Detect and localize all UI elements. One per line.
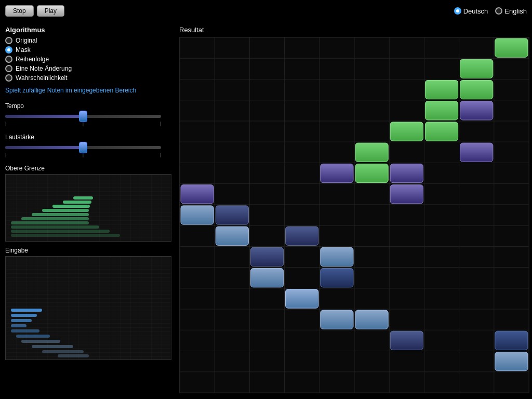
svg-rect-1 [73,196,93,200]
svg-rect-3 [52,205,90,208]
svg-rect-71 [250,247,283,266]
svg-rect-78 [390,331,423,350]
left-panel: Algorithmus Original Mask Reihenfolge Ei… [5,26,177,365]
eingabe-section: Eingabe [5,247,177,360]
tempo-section: Tempo ||| [5,102,177,126]
svg-rect-13 [11,314,37,317]
svg-rect-59 [355,143,388,162]
svg-rect-73 [321,269,353,287]
svg-rect-15 [11,324,26,327]
algo-wahrscheinlichkeit-radio[interactable] [5,74,12,82]
lang-deutsch-label: Deutsch [463,7,488,15]
tempo-label: Tempo [5,102,177,110]
algo-mask-radio[interactable] [5,46,12,54]
algorithm-options: Original Mask Reihenfolge Eine Note Ände… [5,37,177,82]
svg-rect-79 [495,331,528,350]
svg-rect-70 [321,247,353,266]
algo-reihenfolge[interactable]: Reihenfolge [5,56,177,63]
tempo-thumb[interactable] [79,111,87,122]
algo-mask-label: Mask [16,46,31,54]
svg-rect-58 [425,122,458,141]
svg-rect-62 [390,164,423,182]
lang-english-radio[interactable] [495,7,502,15]
tempo-slider[interactable] [5,115,161,118]
eingabe-title: Eingabe [5,247,177,254]
result-grid [179,37,529,393]
svg-rect-67 [216,206,248,224]
algo-mask[interactable]: Mask [5,46,177,54]
algo-original-label: Original [16,37,37,44]
algo-original[interactable]: Original [5,37,177,44]
svg-rect-10 [11,234,120,237]
svg-rect-18 [21,340,60,343]
result-area: Resultat [179,26,529,394]
algo-original-radio[interactable] [5,37,12,44]
svg-rect-69 [216,227,248,245]
svg-rect-14 [11,319,32,322]
svg-rect-9 [11,230,110,233]
svg-rect-54 [460,80,493,99]
svg-rect-20 [42,350,84,353]
svg-rect-72 [250,269,283,287]
top-bar: Stop Play Deutsch English [5,5,527,17]
svg-rect-63 [355,164,388,182]
svg-rect-17 [16,335,50,338]
svg-rect-56 [425,101,458,120]
algo-reihenfolge-radio[interactable] [5,56,12,63]
svg-rect-75 [286,289,318,308]
svg-rect-57 [390,122,423,141]
svg-rect-61 [321,164,353,182]
svg-rect-66 [181,206,214,224]
lang-english-label: English [504,7,527,15]
svg-rect-80 [495,352,528,371]
svg-rect-77 [321,310,353,329]
obere-grenze-title: Obere Grenze [5,165,177,172]
svg-rect-51 [495,38,528,57]
obere-grenze-section: Obere Grenze [5,165,177,242]
svg-rect-55 [460,101,493,120]
algo-eine-note[interactable]: Eine Note Änderung [5,65,177,72]
language-selector: Deutsch English [454,7,527,15]
svg-rect-8 [11,225,99,229]
svg-rect-5 [32,213,89,216]
svg-rect-68 [286,227,318,245]
svg-rect-16 [11,329,39,332]
svg-rect-4 [42,209,89,212]
lang-english-option[interactable]: English [495,7,527,15]
algo-eine-note-label: Eine Note Änderung [16,65,72,72]
playback-controls: Stop Play [5,5,64,17]
svg-rect-2 [63,201,91,204]
svg-rect-52 [460,59,493,78]
svg-rect-11 [6,257,171,360]
algo-reihenfolge-label: Reihenfolge [16,56,49,63]
lautstaerke-thumb[interactable] [79,142,87,153]
lang-deutsch-option[interactable]: Deutsch [454,7,488,15]
play-button[interactable]: Play [37,5,64,17]
lautstaerke-label: Lautstärke [5,134,177,141]
svg-rect-7 [11,221,89,224]
algo-eine-note-radio[interactable] [5,65,12,72]
stop-button[interactable]: Stop [5,5,34,17]
obere-grenze-grid[interactable] [5,174,171,242]
algo-wahrscheinlichkeit[interactable]: Wahrscheinlichkeit [5,74,177,82]
svg-rect-6 [21,217,89,220]
svg-rect-64 [181,185,214,204]
svg-rect-12 [11,309,42,312]
svg-rect-53 [425,80,458,99]
lang-deutsch-radio[interactable] [454,7,461,15]
info-text: Spielt zufällige Noten im eingegebenen B… [5,87,177,94]
svg-rect-76 [355,310,388,329]
lautstaerke-section: Lautstärke ||| [5,134,177,157]
result-label: Resultat [179,26,529,34]
algo-title: Algorithmus [5,26,177,34]
svg-rect-60 [460,143,493,162]
svg-rect-21 [58,354,89,357]
svg-rect-19 [32,345,73,348]
algo-wahrscheinlichkeit-label: Wahrscheinlichkeit [16,74,68,82]
svg-rect-65 [390,185,423,204]
lautstaerke-slider[interactable] [5,146,161,149]
eingabe-grid[interactable] [5,256,171,360]
